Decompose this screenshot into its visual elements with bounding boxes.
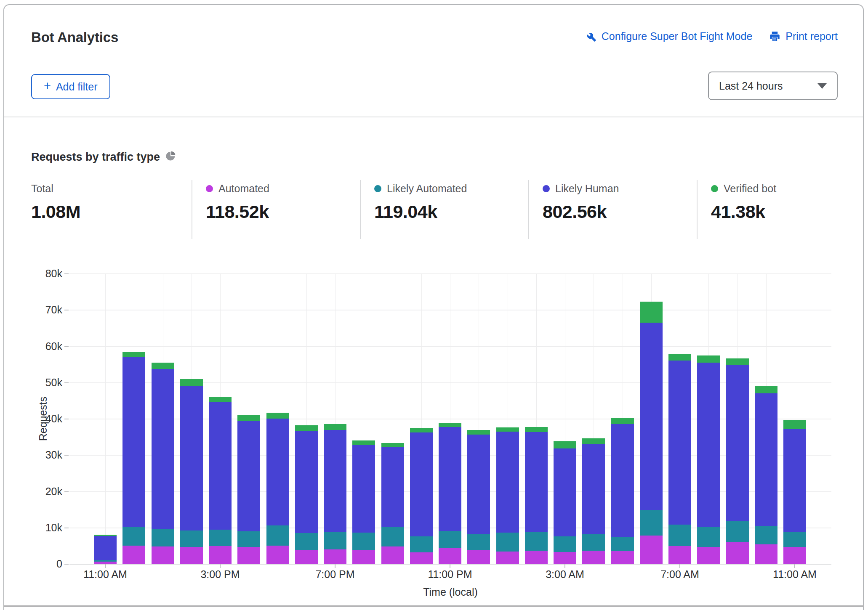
stacked-bar-11-00-pm[interactable] [439, 274, 461, 564]
bar-segment-likely-automated[interactable] [582, 534, 605, 551]
bar-segment-automated[interactable] [180, 547, 203, 564]
bar-segment-automated[interactable] [467, 550, 490, 564]
bar-segment-automated[interactable] [783, 547, 806, 564]
bar-segment-verified-bot[interactable] [783, 420, 806, 429]
bar-segment-likely-automated[interactable] [122, 527, 145, 546]
bar-segment-verified-bot[interactable] [554, 441, 576, 448]
bar-segment-automated[interactable] [381, 546, 404, 564]
bar-segment-automated[interactable] [295, 550, 318, 565]
bar-segment-automated[interactable] [266, 546, 289, 564]
bar-segment-likely-automated[interactable] [467, 534, 490, 550]
bar-segment-likely-human[interactable] [381, 447, 404, 527]
bar-segment-automated[interactable] [352, 550, 375, 565]
bar-segment-likely-automated[interactable] [726, 521, 749, 542]
bar-segment-likely-automated[interactable] [439, 531, 461, 548]
bar-segment-likely-human[interactable] [352, 445, 375, 533]
bar-segment-likely-automated[interactable] [611, 537, 634, 551]
bar-segment-automated[interactable] [439, 548, 461, 564]
bar-segment-verified-bot[interactable] [324, 424, 346, 430]
bar-segment-verified-bot[interactable] [122, 352, 145, 357]
bar-segment-likely-human[interactable] [122, 357, 145, 527]
stacked-bar-1-00-pm[interactable] [152, 274, 174, 564]
bar-segment-likely-human[interactable] [668, 361, 691, 525]
bar-segment-verified-bot[interactable] [237, 415, 260, 422]
bar-segment-likely-automated[interactable] [668, 525, 691, 546]
bar-segment-verified-bot[interactable] [410, 428, 433, 432]
bar-segment-verified-bot[interactable] [381, 443, 404, 447]
bar-segment-likely-automated[interactable] [410, 536, 433, 552]
bar-segment-automated[interactable] [554, 552, 576, 564]
stacked-bar-4-00-am[interactable] [582, 274, 605, 564]
bar-segment-likely-automated[interactable] [496, 533, 519, 552]
bar-segment-verified-bot[interactable] [209, 397, 232, 402]
stacked-bar-10-00-am[interactable] [755, 274, 777, 564]
bar-segment-likely-automated[interactable] [180, 530, 203, 547]
stacked-bar-1-00-am[interactable] [496, 274, 519, 564]
print-report-link[interactable]: Print report [769, 30, 838, 42]
stacked-bar-3-00-pm[interactable] [209, 274, 232, 564]
bar-segment-likely-human[interactable] [237, 421, 260, 531]
bar-segment-automated[interactable] [122, 546, 145, 564]
bar-segment-likely-human[interactable] [640, 323, 663, 511]
bar-segment-automated[interactable] [697, 547, 720, 564]
bar-segment-automated[interactable] [755, 544, 777, 564]
stacked-bar-7-00-pm[interactable] [324, 274, 346, 564]
bar-segment-verified-bot[interactable] [352, 440, 375, 445]
bar-segment-likely-automated[interactable] [152, 529, 174, 546]
stacked-bar-9-00-pm[interactable] [381, 274, 404, 564]
bar-segment-likely-automated[interactable] [525, 532, 548, 551]
bar-segment-verified-bot[interactable] [755, 386, 777, 393]
bar-segment-automated[interactable] [324, 549, 346, 564]
bar-segment-verified-bot[interactable] [668, 354, 691, 361]
bar-segment-likely-human[interactable] [783, 429, 806, 532]
bar-segment-likely-automated[interactable] [697, 527, 720, 546]
bar-segment-likely-human[interactable] [266, 419, 289, 525]
bar-segment-likely-human[interactable] [467, 435, 490, 534]
configure-super-bot-fight-mode-link[interactable]: Configure Super Bot Fight Mode [585, 30, 753, 42]
bar-segment-verified-bot[interactable] [525, 427, 548, 432]
bar-segment-likely-automated[interactable] [266, 525, 289, 546]
bar-segment-automated[interactable] [640, 536, 663, 564]
bar-segment-likely-automated[interactable] [381, 527, 404, 546]
bar-segment-likely-human[interactable] [554, 448, 576, 537]
bar-segment-likely-human[interactable] [410, 432, 433, 537]
bar-segment-likely-human[interactable] [726, 365, 749, 520]
stacked-bar-2-00-am[interactable] [525, 274, 548, 564]
bar-segment-likely-human[interactable] [295, 431, 318, 533]
bar-segment-likely-automated[interactable] [783, 532, 806, 547]
bar-segment-automated[interactable] [668, 546, 691, 564]
stacked-bar-8-00-pm[interactable] [352, 274, 375, 564]
stacked-bar-4-00-pm[interactable] [237, 274, 260, 564]
bar-segment-automated[interactable] [525, 551, 548, 564]
stacked-bar-10-00-pm[interactable] [410, 274, 433, 564]
bar-segment-automated[interactable] [237, 547, 260, 564]
bar-segment-likely-human[interactable] [525, 432, 548, 532]
bar-segment-likely-human[interactable] [611, 424, 634, 537]
bar-segment-likely-human[interactable] [439, 427, 461, 531]
stacked-bar-12-00-pm[interactable] [122, 274, 145, 564]
bar-segment-verified-bot[interactable] [611, 418, 634, 424]
bar-segment-likely-automated[interactable] [640, 510, 663, 536]
bar-segment-automated[interactable] [209, 546, 232, 564]
bar-segment-verified-bot[interactable] [640, 302, 663, 323]
bar-segment-verified-bot[interactable] [582, 438, 605, 444]
stacked-bar-7-00-am[interactable] [668, 274, 691, 564]
bar-segment-verified-bot[interactable] [295, 425, 318, 431]
stacked-bar-12-00-am[interactable] [467, 274, 490, 564]
stacked-bar-9-00-am[interactable] [726, 274, 749, 564]
bar-segment-likely-human[interactable] [209, 402, 232, 530]
stacked-bar-11-00-am[interactable] [783, 274, 806, 564]
bar-segment-likely-human[interactable] [180, 386, 203, 530]
bar-segment-automated[interactable] [582, 551, 605, 564]
add-filter-button[interactable]: + Add filter [31, 74, 110, 99]
bar-segment-likely-automated[interactable] [554, 536, 576, 552]
bar-segment-likely-human[interactable] [755, 393, 777, 527]
bar-segment-likely-automated[interactable] [352, 533, 375, 550]
time-range-dropdown[interactable]: Last 24 hours [708, 72, 838, 100]
bar-segment-likely-automated[interactable] [755, 526, 777, 544]
bar-segment-likely-automated[interactable] [295, 533, 318, 550]
bar-segment-verified-bot[interactable] [439, 423, 461, 427]
bar-segment-automated[interactable] [726, 542, 749, 564]
bar-segment-automated[interactable] [496, 552, 519, 564]
bar-segment-likely-human[interactable] [152, 369, 174, 529]
